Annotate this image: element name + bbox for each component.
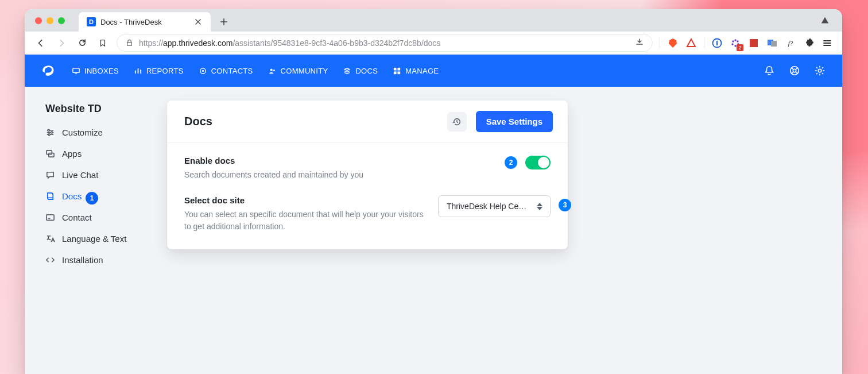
sidebar-item-apps[interactable]: Apps bbox=[45, 149, 167, 159]
nav-inboxes[interactable]: INBOXES bbox=[72, 67, 119, 75]
svg-rect-18 bbox=[394, 71, 397, 74]
extensions-puzzle-icon[interactable] bbox=[803, 37, 815, 49]
sidebar-item-livechat[interactable]: Live Chat bbox=[45, 170, 167, 180]
sidebar-item-label: Live Chat bbox=[62, 170, 98, 180]
monitor-icon bbox=[72, 67, 80, 75]
grid-icon bbox=[393, 67, 401, 75]
annotation-marker-3: 3 bbox=[559, 199, 571, 211]
nav-forward-button[interactable] bbox=[55, 36, 68, 50]
doc-site-select[interactable]: ThriveDesk Help Ce… bbox=[438, 195, 551, 217]
browser-toolbar: https://app.thrivedesk.com/assistants/95… bbox=[25, 32, 842, 55]
nav-item-label: MANAGE bbox=[405, 67, 439, 75]
nav-community[interactable]: COMMUNITY bbox=[268, 67, 328, 75]
nav-reports[interactable]: REPORTS bbox=[134, 67, 184, 75]
url-path: /assistants/954831e8-9cf3-4a06-b9b3-d324… bbox=[232, 38, 440, 48]
settings-button[interactable] bbox=[813, 64, 826, 77]
new-tab-button[interactable] bbox=[215, 13, 232, 30]
browser-menu-button[interactable] bbox=[822, 37, 833, 49]
help-button[interactable] bbox=[788, 64, 801, 77]
setting-title: Select doc site bbox=[184, 195, 431, 205]
svg-rect-19 bbox=[398, 71, 401, 74]
browser-tab-active[interactable]: D Docs - ThriveDesk bbox=[79, 12, 211, 32]
extension-cluster-icon[interactable]: 2 bbox=[730, 37, 741, 49]
svg-rect-1 bbox=[716, 41, 718, 45]
browser-window: D Docs - ThriveDesk bbox=[25, 9, 842, 374]
panel-title: Docs bbox=[184, 115, 212, 128]
save-settings-button[interactable]: Save Settings bbox=[476, 111, 553, 132]
app-viewport: INBOXES REPORTS CONTACTS COMMUNITY DOCS … bbox=[25, 55, 842, 374]
sidebar-item-contact[interactable]: Contact bbox=[45, 213, 167, 222]
install-app-icon[interactable] bbox=[635, 37, 644, 48]
annotation-marker-1: 1 bbox=[86, 192, 98, 205]
svg-point-3 bbox=[731, 43, 733, 45]
svg-rect-16 bbox=[394, 67, 397, 70]
sidebar-item-label: Docs bbox=[62, 191, 82, 201]
sidebar-item-label: Installation bbox=[62, 255, 103, 265]
svg-rect-17 bbox=[398, 67, 401, 70]
sidebar-item-docs[interactable]: Docs 1 bbox=[45, 191, 167, 201]
svg-point-13 bbox=[202, 70, 203, 71]
sidebar-item-installation[interactable]: Installation bbox=[45, 255, 167, 265]
sidebar-item-language[interactable]: Language & Text bbox=[45, 234, 167, 244]
svg-rect-10 bbox=[771, 41, 777, 47]
window-close-button[interactable] bbox=[35, 17, 42, 24]
lock-icon bbox=[125, 39, 133, 47]
sidebar-item-label: Language & Text bbox=[62, 234, 126, 244]
chevron-up-down-icon bbox=[535, 203, 544, 210]
enable-docs-toggle[interactable] bbox=[525, 156, 551, 169]
address-bar[interactable]: https://app.thrivedesk.com/assistants/95… bbox=[117, 34, 653, 52]
extension-brave-icon[interactable] bbox=[667, 37, 679, 49]
setting-title: Enable docs bbox=[184, 156, 363, 165]
extension-triangle-icon[interactable] bbox=[685, 37, 697, 49]
nav-manage[interactable]: MANAGE bbox=[393, 67, 439, 75]
svg-point-6 bbox=[732, 40, 734, 42]
address-bar-url: https://app.thrivedesk.com/assistants/95… bbox=[139, 38, 440, 48]
setting-description: You can select an specific document that… bbox=[184, 209, 431, 232]
extension-translate-icon[interactable] bbox=[766, 37, 778, 49]
toolbar-separator bbox=[704, 37, 704, 49]
translate-icon bbox=[45, 234, 55, 244]
bar-chart-icon bbox=[134, 67, 142, 75]
browser-titlebar: D Docs - ThriveDesk bbox=[25, 9, 842, 32]
topnav-right bbox=[763, 64, 826, 77]
extension-badge: 2 bbox=[737, 44, 743, 51]
settings-panel: Docs Save Settings Enable docs Search do… bbox=[167, 101, 568, 249]
annotation-marker-2: 2 bbox=[505, 156, 517, 169]
sliders-icon bbox=[45, 128, 55, 137]
book-icon bbox=[45, 191, 55, 201]
nav-contacts[interactable]: CONTACTS bbox=[199, 67, 253, 75]
extension-text-icon[interactable]: f? bbox=[785, 37, 796, 49]
sidebar-item-label: Contact bbox=[62, 213, 92, 222]
extension-1password-icon[interactable] bbox=[711, 37, 723, 49]
svg-point-7 bbox=[737, 40, 738, 42]
history-button[interactable] bbox=[447, 112, 467, 132]
svg-point-21 bbox=[793, 69, 796, 72]
bookmark-icon[interactable] bbox=[96, 36, 110, 50]
reload-button[interactable] bbox=[75, 36, 89, 50]
svg-point-23 bbox=[48, 129, 49, 131]
svg-point-14 bbox=[270, 68, 272, 71]
panel-header: Docs Save Settings bbox=[167, 101, 568, 143]
window-zoom-button[interactable] bbox=[58, 17, 65, 24]
window-minimize-button[interactable] bbox=[46, 17, 53, 24]
nav-item-label: DOCS bbox=[355, 67, 378, 75]
brand-logo[interactable] bbox=[38, 61, 57, 80]
tab-title: Docs - ThriveDesk bbox=[100, 18, 162, 26]
code-icon bbox=[45, 255, 55, 265]
sidebar-item-customize[interactable]: Customize bbox=[45, 128, 167, 137]
toggle-knob bbox=[538, 157, 549, 168]
nav-docs[interactable]: DOCS bbox=[343, 67, 378, 75]
browser-window-menu-icon[interactable] bbox=[819, 15, 831, 26]
users-icon bbox=[268, 67, 277, 75]
stack-icon bbox=[343, 67, 351, 75]
svg-rect-28 bbox=[46, 215, 54, 220]
nav-back-button[interactable] bbox=[34, 36, 48, 50]
tab-close-button[interactable] bbox=[193, 17, 203, 26]
notifications-button[interactable] bbox=[763, 64, 776, 77]
svg-point-25 bbox=[48, 134, 50, 136]
gear-icon bbox=[814, 65, 826, 76]
extension-red-square-icon[interactable] bbox=[748, 37, 760, 49]
select-value: ThriveDesk Help Ce… bbox=[447, 202, 532, 211]
svg-rect-27 bbox=[49, 153, 54, 157]
panel-actions: Save Settings bbox=[447, 111, 553, 132]
